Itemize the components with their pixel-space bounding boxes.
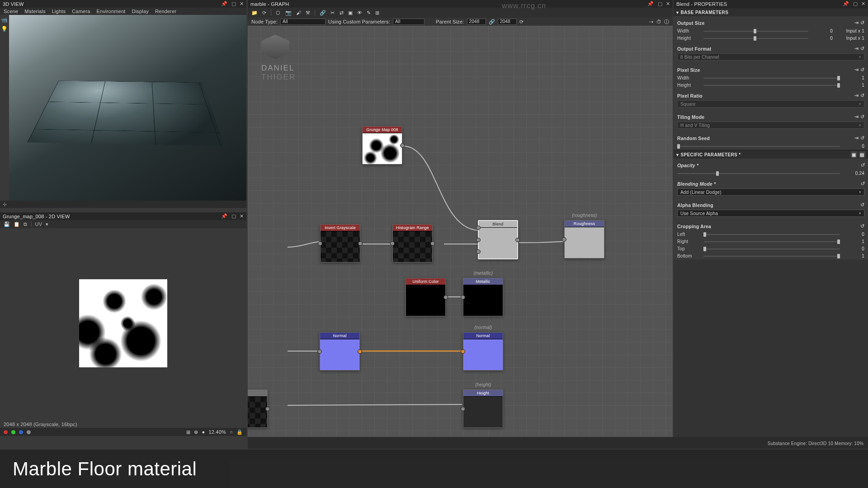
menu-materials[interactable]: Materials <box>24 9 45 14</box>
output-width-slider[interactable] <box>703 31 808 32</box>
center-icon[interactable]: ⊕ <box>194 429 198 435</box>
reset-icon[interactable]: ↺ <box>860 202 864 208</box>
section-base-parameters[interactable]: ▾ BASE PARAMETERS <box>674 8 868 16</box>
maximize-icon[interactable]: ▢ <box>853 1 858 7</box>
refresh-icon[interactable]: ⟳ <box>262 10 266 16</box>
port-out[interactable] <box>400 143 405 148</box>
inherit-icon[interactable]: ⇥ <box>854 46 859 52</box>
pixel-ratio-select[interactable]: Square▾ <box>677 100 864 108</box>
inherit-icon[interactable]: ⇥ <box>854 20 859 26</box>
menu-renderer[interactable]: Renderer <box>155 9 176 14</box>
alpha-blending-select[interactable]: Use Source Alpha▾ <box>677 210 864 217</box>
eye-icon[interactable]: 👁 <box>357 10 362 15</box>
node-height[interactable]: Height <box>463 389 503 428</box>
circle-icon[interactable]: ○ <box>230 429 233 435</box>
folder-icon[interactable]: 📁 <box>251 10 258 16</box>
section-specific-parameters[interactable]: ▾ SPECIFIC PARAMETERS * ▣▤ <box>674 150 868 159</box>
inherit-icon[interactable]: ⇥ <box>854 114 859 120</box>
fit-icon[interactable]: ▣ <box>348 10 353 16</box>
node-invert-grayscale[interactable]: Invert Grayscale <box>320 224 360 263</box>
node-offscreen[interactable] <box>248 389 268 428</box>
duplicate-icon[interactable]: ⧉ <box>24 221 27 227</box>
maximize-icon[interactable]: ▢ <box>658 1 662 7</box>
port-in[interactable] <box>317 349 322 354</box>
port-in-bg[interactable] <box>476 238 481 242</box>
node-normal-b[interactable]: Normal <box>463 332 503 371</box>
save-icon[interactable]: 💾 <box>4 221 10 227</box>
flow-icon[interactable]: ⇢ <box>649 19 653 25</box>
menu-lights[interactable]: Lights <box>52 9 66 14</box>
reset-icon[interactable]: ↺ <box>860 162 864 168</box>
port-out[interactable] <box>443 295 448 300</box>
reset-icon[interactable]: ↺ <box>860 67 864 73</box>
pixel-height-slider[interactable] <box>703 85 840 86</box>
channel-g-icon[interactable] <box>11 430 15 434</box>
cut-icon[interactable]: ✂ <box>330 10 335 16</box>
port-in[interactable] <box>562 237 566 242</box>
pin-icon[interactable]: 📌 <box>221 213 227 219</box>
grid-icon[interactable]: ⊞ <box>186 429 190 435</box>
swap-icon[interactable]: ⇄ <box>340 10 344 16</box>
port-in[interactable] <box>461 407 465 411</box>
reset-icon[interactable]: ↺ <box>860 114 864 120</box>
timing-icon[interactable]: ⏱ <box>656 19 661 24</box>
inherit-icon[interactable]: ⇥ <box>854 67 859 73</box>
maximize-icon[interactable]: ▢ <box>231 1 236 7</box>
menu-display[interactable]: Display <box>132 9 148 14</box>
axis-icon[interactable]: ⊹ <box>3 202 7 207</box>
reset-icon[interactable]: ↺ <box>860 223 864 229</box>
lock-icon[interactable]: 🔒 <box>236 429 243 435</box>
port-out[interactable] <box>265 407 270 411</box>
port-out[interactable] <box>515 238 520 242</box>
random-seed-slider[interactable] <box>677 146 840 147</box>
menu-scene[interactable]: Scene <box>4 9 18 14</box>
crop-top-slider[interactable] <box>703 249 840 249</box>
node-uniform-color[interactable]: Uniform Color <box>406 278 446 316</box>
light-icon[interactable]: 💡 <box>1 26 8 32</box>
reset-icon[interactable]: ↺ <box>860 135 864 141</box>
port-out[interactable] <box>358 349 362 354</box>
viewport-3d[interactable] <box>9 15 246 201</box>
close-icon[interactable]: ✕ <box>861 1 865 7</box>
node-normal-a[interactable]: Normal <box>320 332 360 371</box>
pin-icon[interactable]: 📌 <box>221 1 227 7</box>
port-in-mask[interactable] <box>476 249 481 254</box>
parentsize-h[interactable]: 2048 <box>498 19 517 25</box>
reset-icon[interactable]: ↺ <box>860 46 864 52</box>
reset-icon[interactable]: ↺ <box>860 20 864 26</box>
output-height-slider[interactable] <box>703 38 808 39</box>
port-in[interactable] <box>461 349 465 354</box>
preset-b-icon[interactable]: ▤ <box>859 151 865 158</box>
crop-left-slider[interactable] <box>703 234 840 235</box>
refresh-size-icon[interactable]: ⟳ <box>519 19 524 25</box>
reset-icon[interactable]: ↺ <box>860 93 864 99</box>
close-icon[interactable]: ✕ <box>666 1 670 7</box>
crop-right-slider[interactable] <box>703 241 840 242</box>
node-metallic[interactable]: Metallic <box>463 278 503 316</box>
port-out[interactable] <box>430 241 435 246</box>
link-icon[interactable]: 🔗 <box>320 10 326 16</box>
menu-environment[interactable]: Environment <box>97 9 126 14</box>
node-histogram-range[interactable]: Histogram Range <box>392 224 433 263</box>
preset-a-icon[interactable]: ▣ <box>851 151 857 158</box>
brush-icon[interactable]: 🖌 <box>296 10 301 15</box>
opacity-slider[interactable] <box>677 173 840 174</box>
tiling-mode-select[interactable]: H and V Tiling▾ <box>677 122 864 129</box>
port-out[interactable] <box>358 241 363 246</box>
pixel-width-slider[interactable] <box>703 78 840 79</box>
nodetype-select[interactable]: All <box>280 19 326 25</box>
bullet-icon[interactable]: ● <box>202 429 205 435</box>
node-roughness[interactable]: Roughness <box>564 220 604 258</box>
wand-icon[interactable]: ✎ <box>367 10 371 16</box>
parentsize-w[interactable]: 2048 <box>467 19 486 25</box>
channel-a-icon[interactable] <box>27 430 31 434</box>
blending-mode-select[interactable]: Add (Linear Dodge)▾ <box>677 188 864 196</box>
graph-canvas[interactable]: DANIEL THIGER Grunge Map 008 <box>248 26 673 437</box>
menu-camera[interactable]: Camera <box>72 9 90 14</box>
node-grunge-map[interactable]: Grunge Map 008 <box>362 126 402 164</box>
chevron-down-icon[interactable]: ▾ <box>46 221 48 227</box>
crop-bottom-slider[interactable] <box>703 256 840 257</box>
tool-icon[interactable]: ⚒ <box>306 10 310 16</box>
info-icon[interactable]: ⓘ <box>664 19 669 25</box>
close-icon[interactable]: ✕ <box>240 213 244 219</box>
